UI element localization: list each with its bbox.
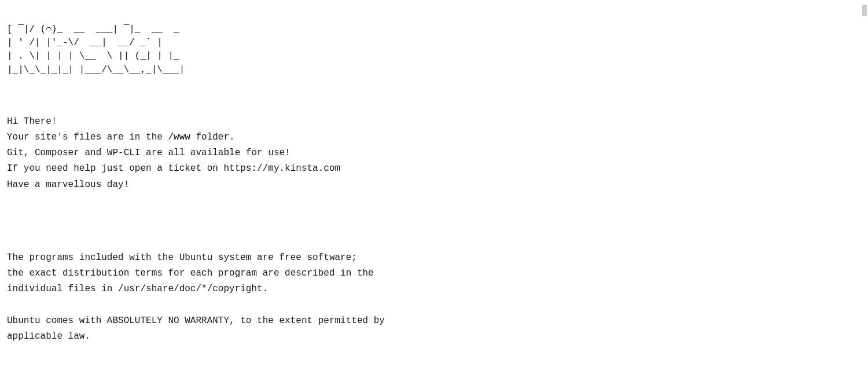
ascii-art-logo: [ ¯|/ (⌒)_ __ ___| ¯|_ __ _ | ' /| |'_-\… [7, 23, 861, 77]
terminal-output: [ ¯|/ (⌒)_ __ ___| ¯|_ __ _ | ' /| |'_-\… [7, 9, 861, 374]
welcome-message: Hi There! Your site's files are in the /… [7, 114, 861, 193]
scrollbar[interactable] [862, 5, 867, 16]
ubuntu-notice: The programs included with the Ubuntu sy… [7, 234, 861, 344]
